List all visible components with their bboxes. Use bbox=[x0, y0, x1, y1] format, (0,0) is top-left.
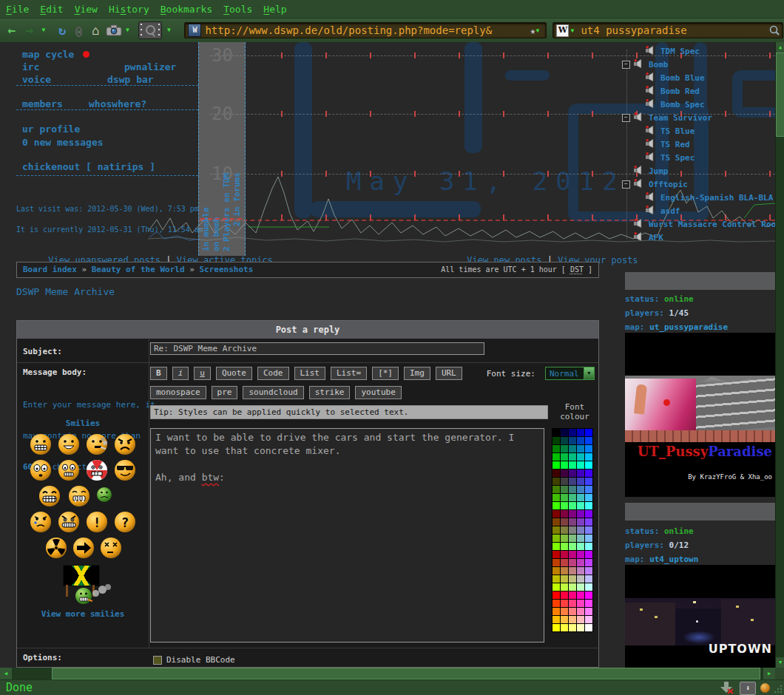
palette-colour[interactable] bbox=[552, 478, 560, 485]
palette-colour[interactable] bbox=[577, 600, 584, 607]
smiley-cry[interactable] bbox=[30, 511, 52, 533]
tree-item-wurst-massacre-control-room[interactable]: Wurst Massacre Control Room bbox=[633, 217, 775, 231]
bbcode-strike-button[interactable]: strike bbox=[309, 386, 351, 399]
tree-item-bomb-red[interactable]: Bomb Red bbox=[645, 84, 700, 98]
palette-colour[interactable] bbox=[577, 502, 584, 509]
palette-colour[interactable] bbox=[585, 567, 592, 574]
bbcode-u-button[interactable]: u bbox=[194, 367, 211, 380]
palette-colour[interactable] bbox=[585, 624, 592, 631]
breadcrumb-forum[interactable]: Beauty of the World bbox=[92, 265, 185, 274]
select-arrow-icon[interactable]: ▼ bbox=[584, 367, 594, 379]
palette-colour[interactable] bbox=[585, 518, 592, 526]
bbcode-quote-button[interactable]: Quote bbox=[216, 367, 252, 380]
menu-help[interactable]: Help bbox=[263, 4, 286, 15]
palette-colour[interactable] bbox=[569, 551, 576, 558]
palette-colour[interactable] bbox=[585, 437, 592, 444]
palette-colour[interactable] bbox=[561, 575, 568, 583]
tree-item-bomb[interactable]: Bomb bbox=[633, 58, 669, 71]
tree-item-tdm-spec[interactable]: TDM Spec bbox=[645, 44, 700, 58]
palette-colour[interactable] bbox=[569, 526, 576, 534]
palette-colour[interactable] bbox=[552, 616, 560, 623]
palette-colour[interactable] bbox=[569, 608, 576, 615]
smiley-smile[interactable] bbox=[58, 433, 80, 455]
tree-item-offtopic[interactable]: Offtopic bbox=[633, 177, 688, 191]
palette-colour[interactable] bbox=[561, 526, 568, 534]
horizontal-scroll-thumb[interactable] bbox=[52, 668, 760, 679]
palette-colour[interactable] bbox=[569, 583, 576, 591]
smiley-twisted[interactable] bbox=[58, 511, 80, 533]
forward-icon[interactable]: → bbox=[22, 22, 37, 38]
palette-colour[interactable] bbox=[561, 535, 568, 542]
bbcode-b-button[interactable]: B bbox=[150, 367, 167, 380]
palette-colour[interactable] bbox=[552, 502, 560, 509]
smiley-arrow[interactable] bbox=[72, 537, 95, 559]
disable-bbcode-checkbox[interactable] bbox=[153, 656, 162, 665]
palette-colour[interactable] bbox=[577, 591, 584, 599]
palette-colour[interactable] bbox=[561, 494, 568, 501]
palette-colour[interactable] bbox=[561, 445, 568, 452]
palette-colour[interactable] bbox=[585, 453, 592, 461]
palette-colour[interactable] bbox=[577, 608, 584, 615]
tree-item-ts-red[interactable]: TS Red bbox=[645, 138, 690, 151]
menu-history[interactable]: History bbox=[109, 4, 149, 15]
tree-expander-icon[interactable]: − bbox=[622, 114, 630, 122]
smiley-dead[interactable] bbox=[100, 537, 122, 559]
map-screenshot-pussyparadise[interactable]: UT_PussyParadise By KrazYFroG & Xha_oo bbox=[625, 333, 775, 497]
tree-expander-icon[interactable]: − bbox=[622, 61, 630, 69]
palette-colour[interactable] bbox=[569, 445, 576, 452]
bbcode-url-button[interactable]: URL bbox=[436, 367, 462, 380]
palette-colour[interactable] bbox=[552, 608, 560, 615]
palette-colour[interactable] bbox=[577, 429, 584, 436]
tree-item-bomb-blue[interactable]: Bomb Blue bbox=[645, 71, 705, 84]
palette-colour[interactable] bbox=[552, 486, 560, 493]
reload-icon[interactable]: ↻ bbox=[55, 22, 70, 38]
smiley-jamaica[interactable] bbox=[63, 565, 115, 608]
smiley-crazy[interactable] bbox=[86, 459, 108, 481]
menu-bookmarks[interactable]: Bookmarks bbox=[160, 4, 212, 15]
url-dropdown-icon[interactable]: ▼ bbox=[535, 27, 543, 34]
palette-colour[interactable] bbox=[569, 543, 576, 550]
palette-colour[interactable] bbox=[552, 510, 560, 518]
download-failed-icon[interactable] bbox=[720, 682, 734, 694]
bbcode-youtube-button[interactable]: youtube bbox=[355, 386, 401, 399]
menu-file[interactable]: File bbox=[6, 4, 29, 15]
smiley-razz[interactable] bbox=[58, 459, 80, 481]
palette-colour[interactable] bbox=[577, 453, 584, 461]
screenshot-camera-icon[interactable] bbox=[106, 24, 122, 36]
palette-colour[interactable] bbox=[585, 461, 592, 469]
smiley-mad[interactable] bbox=[114, 433, 136, 455]
palette-colour[interactable] bbox=[569, 518, 576, 526]
palette-colour[interactable] bbox=[569, 461, 576, 469]
palette-colour[interactable] bbox=[561, 551, 568, 558]
addon-icon[interactable] bbox=[760, 683, 770, 693]
palette-colour[interactable] bbox=[585, 583, 592, 591]
tree-item-jump[interactable]: Jump bbox=[633, 164, 669, 177]
palette-colour[interactable] bbox=[552, 600, 560, 607]
breadcrumb-subforum[interactable]: Screenshots bbox=[199, 265, 253, 274]
palette-colour[interactable] bbox=[561, 600, 568, 607]
media-dropdown-icon[interactable]: ▼ bbox=[165, 22, 172, 38]
smiley-question[interactable]: ? bbox=[114, 511, 136, 533]
media-magnifier-icon[interactable] bbox=[138, 21, 162, 39]
palette-colour[interactable] bbox=[561, 486, 568, 493]
palette-colour[interactable] bbox=[569, 591, 576, 599]
search-engine-dropdown-icon[interactable]: ▼ bbox=[570, 27, 578, 34]
smiley-eek[interactable] bbox=[30, 459, 52, 481]
nav-map-cycle[interactable]: map cycle bbox=[22, 49, 89, 60]
vertical-scrollbar[interactable]: ▲ ▼ bbox=[775, 42, 784, 668]
palette-colour[interactable] bbox=[577, 624, 584, 631]
palette-colour[interactable] bbox=[585, 551, 592, 558]
smiley-drool[interactable] bbox=[68, 485, 90, 507]
palette-colour[interactable] bbox=[552, 518, 560, 526]
palette-colour[interactable] bbox=[585, 502, 592, 509]
palette-colour[interactable] bbox=[561, 591, 568, 599]
tree-item-ts-spec[interactable]: TS Spec bbox=[645, 151, 695, 164]
nav-irc[interactable]: irc bbox=[22, 61, 39, 72]
palette-colour[interactable] bbox=[585, 559, 592, 566]
scroll-up-icon[interactable]: ▲ bbox=[776, 42, 784, 52]
download-manager-icon[interactable]: ⬇ bbox=[740, 682, 756, 695]
home-icon[interactable]: ⌂ bbox=[88, 22, 103, 38]
palette-colour[interactable] bbox=[561, 583, 568, 591]
palette-colour[interactable] bbox=[577, 567, 584, 574]
nav-pwnalizer[interactable]: pwnalizer bbox=[124, 61, 176, 72]
